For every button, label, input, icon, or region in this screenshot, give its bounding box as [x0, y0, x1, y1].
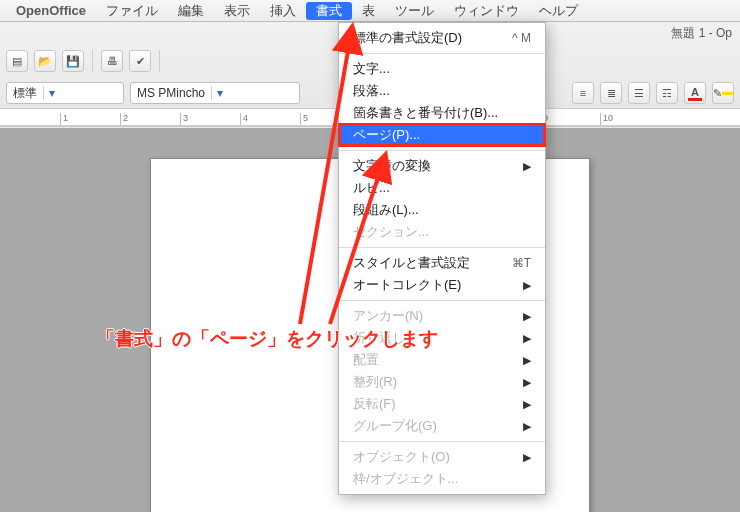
chevron-down-icon: ▾	[43, 86, 59, 100]
window-title: 無題 1 - Op	[671, 25, 732, 42]
menu-view[interactable]: 表示	[214, 2, 260, 20]
numbering-button[interactable]: ☶	[656, 82, 678, 104]
font-name-combo[interactable]: MS PMincho ▾	[130, 82, 300, 104]
new-doc-button[interactable]: ▤	[6, 50, 28, 72]
menu-item[interactable]: 文字...	[339, 58, 545, 80]
highlight-color-swatch	[722, 92, 733, 95]
submenu-arrow-icon: ▶	[523, 376, 531, 389]
menu-item: オブジェクト(O)▶	[339, 446, 545, 468]
menu-item-label: オブジェクト(O)	[353, 448, 450, 466]
menu-item: 反転(F)▶	[339, 393, 545, 415]
save-button[interactable]: 💾	[62, 50, 84, 72]
menu-item: グループ化(G)▶	[339, 415, 545, 437]
menu-item-label: 文字種の変換	[353, 157, 431, 175]
submenu-arrow-icon: ▶	[523, 451, 531, 464]
highlighter-icon: ✎	[713, 87, 722, 100]
submenu-arrow-icon: ▶	[523, 332, 531, 345]
font-color-button[interactable]: A	[684, 82, 706, 104]
menu-item-label: 反転(F)	[353, 395, 396, 413]
menu-item-label: オートコレクト(E)	[353, 276, 461, 294]
print-button[interactable]: 🖶	[101, 50, 123, 72]
ruler-tick: 2	[120, 113, 180, 125]
submenu-arrow-icon: ▶	[523, 420, 531, 433]
menu-insert[interactable]: 挿入	[260, 2, 306, 20]
menu-item[interactable]: 段落...	[339, 80, 545, 102]
menu-item-label: スタイルと書式設定	[353, 254, 470, 272]
menu-item-label: グループ化(G)	[353, 417, 437, 435]
menu-item-label: 配置	[353, 351, 379, 369]
menu-separator	[339, 53, 545, 54]
submenu-arrow-icon: ▶	[523, 160, 531, 173]
toolbar-separator	[92, 50, 93, 72]
menu-item: アンカー(N)▶	[339, 305, 545, 327]
submenu-arrow-icon: ▶	[523, 310, 531, 323]
menu-item-label: 枠/オブジェクト...	[353, 470, 458, 488]
highlight-color-button[interactable]: ✎	[712, 82, 734, 104]
menu-help[interactable]: ヘルプ	[529, 2, 588, 20]
align-center-button[interactable]: ≣	[600, 82, 622, 104]
menu-item[interactable]: オートコレクト(E)▶	[339, 274, 545, 296]
submenu-arrow-icon: ▶	[523, 279, 531, 292]
paragraph-style-value: 標準	[13, 85, 37, 102]
font-name-value: MS PMincho	[137, 86, 205, 100]
submenu-arrow-icon: ▶	[523, 398, 531, 411]
font-color-swatch	[688, 98, 702, 101]
open-button[interactable]: 📂	[34, 50, 56, 72]
menu-item: 整列(R)▶	[339, 371, 545, 393]
menu-format[interactable]: 書式	[306, 2, 352, 20]
menu-item-label: アンカー(N)	[353, 307, 423, 325]
menu-item: 枠/オブジェクト...	[339, 468, 545, 490]
menu-item-label: 標準の書式設定(D)	[353, 29, 462, 47]
menu-table[interactable]: 表	[352, 2, 385, 20]
menu-item-label: 整列(R)	[353, 373, 397, 391]
submenu-arrow-icon: ▶	[523, 354, 531, 367]
bullets-button[interactable]: ☰	[628, 82, 650, 104]
menu-separator	[339, 150, 545, 151]
menu-item[interactable]: 段組み(L)...	[339, 199, 545, 221]
ruler-tick: 1	[60, 113, 120, 125]
app-name: OpenOffice	[6, 3, 96, 18]
menu-window[interactable]: ウィンドウ	[444, 2, 529, 20]
menu-item-label: 段組み(L)...	[353, 201, 419, 219]
menu-item[interactable]: 箇条書きと番号付け(B)...	[339, 102, 545, 124]
align-left-button[interactable]: ≡	[572, 82, 594, 104]
menu-item-shortcut: ⌘T	[512, 256, 531, 270]
menu-item-label: 文字...	[353, 60, 390, 78]
menu-item-shortcut: ^ M	[512, 31, 531, 45]
toolbar-separator	[159, 50, 160, 72]
menu-tools[interactable]: ツール	[385, 2, 444, 20]
menu-separator	[339, 300, 545, 301]
ruler-tick: 9	[540, 113, 600, 125]
menu-item-label: ルビ...	[353, 179, 390, 197]
menu-item[interactable]: ルビ...	[339, 177, 545, 199]
ruler-tick: 4	[240, 113, 300, 125]
chevron-down-icon: ▾	[211, 86, 227, 100]
font-a-icon: A	[691, 86, 699, 98]
menu-item: セクション...	[339, 221, 545, 243]
menu-separator	[339, 441, 545, 442]
ruler-tick: 10	[600, 113, 660, 125]
menu-item[interactable]: 標準の書式設定(D)^ M	[339, 27, 545, 49]
menu-item-label: セクション...	[353, 223, 429, 241]
annotation-callout: 「書式」の「ページ」をクリックします	[96, 326, 438, 352]
menu-separator	[339, 247, 545, 248]
menu-item-label: 箇条書きと番号付け(B)...	[353, 104, 498, 122]
menu-item[interactable]: 文字種の変換▶	[339, 155, 545, 177]
format-menu-dropdown: 標準の書式設定(D)^ M文字...段落...箇条書きと番号付け(B)...ペー…	[338, 22, 546, 495]
menu-item[interactable]: スタイルと書式設定⌘T	[339, 252, 545, 274]
ruler-tick: 3	[180, 113, 240, 125]
paragraph-style-combo[interactable]: 標準 ▾	[6, 82, 124, 104]
menu-item[interactable]: ページ(P)...	[339, 124, 545, 146]
menu-item-label: 段落...	[353, 82, 390, 100]
menu-item-label: ページ(P)...	[353, 126, 420, 144]
menu-edit[interactable]: 編集	[168, 2, 214, 20]
spellcheck-button[interactable]: ✔	[129, 50, 151, 72]
menu-file[interactable]: ファイル	[96, 2, 168, 20]
menubar: OpenOffice ファイル 編集 表示 挿入 書式 表 ツール ウィンドウ …	[0, 0, 740, 22]
menu-item: 配置▶	[339, 349, 545, 371]
